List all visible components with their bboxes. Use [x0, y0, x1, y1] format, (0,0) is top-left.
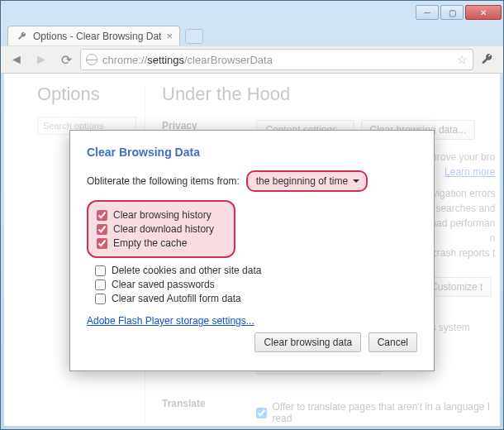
plain-checkbox-group: Delete cookies and other site data Clear… [87, 265, 417, 304]
flash-settings-link[interactable]: Adobe Flash Player storage settings... [87, 315, 254, 327]
back-icon: ◄ [10, 52, 23, 67]
dialog-actions: Clear browsing data Cancel [251, 332, 417, 357]
modal-overlay: Clear Browsing Data Obliterate the follo… [4, 74, 500, 426]
back-button[interactable]: ◄ [6, 49, 27, 70]
maximize-icon: ▢ [449, 8, 456, 17]
forward-icon: ► [35, 52, 48, 67]
tab-strip: Options - Clear Browsing Dat × [1, 24, 503, 45]
cookies-checkbox[interactable] [95, 265, 106, 276]
maximize-button[interactable]: ▢ [440, 5, 464, 20]
dialog-prompt: Obliterate the following items from: [87, 175, 240, 187]
empty-cache-checkbox[interactable] [97, 238, 107, 249]
passwords-row[interactable]: Clear saved passwords [95, 279, 417, 290]
browsing-history-row[interactable]: Clear browsing history [97, 209, 226, 221]
download-history-row[interactable]: Clear download history [97, 223, 226, 235]
empty-cache-row[interactable]: Empty the cache [97, 237, 226, 249]
reload-button[interactable]: ⟳ [55, 49, 77, 70]
browser-window: ─ ▢ ✕ Options - Clear Browsing Dat × ◄ ►… [0, 0, 504, 430]
autofill-checkbox[interactable] [95, 294, 106, 304]
passwords-checkbox[interactable] [95, 280, 106, 290]
tab-close-icon[interactable]: × [166, 30, 173, 42]
clear-data-confirm-button[interactable]: Clear browsing data [254, 332, 361, 352]
titlebar: ─ ▢ ✕ [1, 1, 503, 24]
cancel-button[interactable]: Cancel [368, 332, 417, 352]
download-history-checkbox[interactable] [97, 224, 107, 235]
url-scheme: chrome:// [102, 54, 147, 66]
minimize-icon: ─ [424, 8, 430, 17]
dialog-prompt-row: Obliterate the following items from: the… [87, 170, 417, 192]
time-range-value: the beginning of time [256, 175, 348, 187]
close-icon: ✕ [480, 8, 487, 17]
clear-browsing-data-dialog: Clear Browsing Data Obliterate the follo… [69, 130, 435, 371]
content-area: Options Under the Hood Privacy Content s… [4, 74, 500, 426]
bookmark-star-icon[interactable]: ☆ [457, 53, 468, 66]
globe-icon [86, 54, 97, 65]
close-button[interactable]: ✕ [465, 5, 502, 20]
time-range-select[interactable]: the beginning of time [246, 170, 368, 192]
toolbar: ◄ ► ⟳ chrome://settings/clearBrowserData… [1, 45, 503, 74]
forward-button[interactable]: ► [31, 49, 52, 70]
tab-title: Options - Clear Browsing Dat [33, 31, 161, 42]
wrench-icon [481, 53, 494, 66]
wrench-menu-button[interactable] [477, 49, 498, 70]
autofill-row[interactable]: Clear saved Autofill form data [95, 293, 417, 304]
minimize-button[interactable]: ─ [416, 5, 439, 20]
new-tab-button[interactable] [185, 29, 203, 44]
cookies-row[interactable]: Delete cookies and other site data [95, 265, 417, 276]
address-bar[interactable]: chrome://settings/clearBrowserData ☆ [80, 49, 473, 70]
highlighted-checkbox-group: Clear browsing history Clear download hi… [87, 200, 235, 258]
reload-icon: ⟳ [61, 52, 72, 68]
browsing-history-checkbox[interactable] [97, 210, 107, 221]
url-path: /clearBrowserData [184, 54, 273, 66]
dialog-title: Clear Browsing Data [87, 146, 417, 159]
tab-options[interactable]: Options - Clear Browsing Dat × [7, 26, 180, 45]
url-host: settings [147, 54, 184, 66]
wrench-icon [17, 31, 28, 42]
